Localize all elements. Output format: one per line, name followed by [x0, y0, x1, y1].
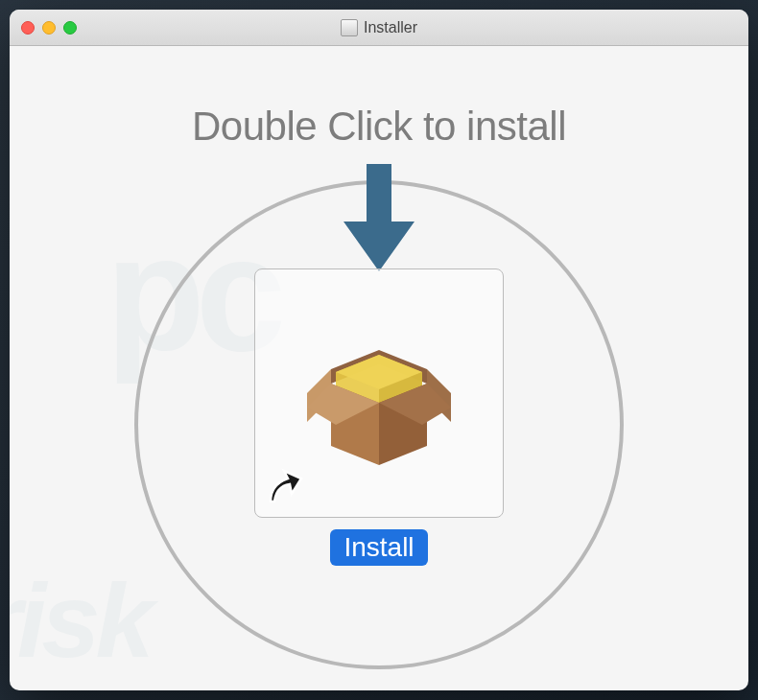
- window-title: Installer: [364, 19, 417, 36]
- disk-icon: [341, 19, 358, 36]
- arrow-down-icon: [336, 164, 422, 278]
- install-button[interactable]: Install: [330, 529, 427, 566]
- instruction-text: Double Click to install: [192, 104, 566, 150]
- watermark-text-bottom: risk: [10, 559, 150, 681]
- window-titlebar: Installer: [10, 10, 748, 46]
- traffic-lights: [21, 21, 77, 35]
- package-icon: [283, 297, 475, 489]
- title-area: Installer: [341, 19, 417, 36]
- maximize-icon[interactable]: [63, 21, 77, 35]
- installer-window: Installer pc risk Double Click to instal…: [10, 10, 748, 690]
- minimize-icon[interactable]: [42, 21, 56, 35]
- shortcut-arrow-icon: [263, 467, 305, 509]
- window-content: pc risk Double Click to install: [10, 46, 748, 690]
- close-icon[interactable]: [21, 21, 35, 35]
- installer-icon-container[interactable]: [254, 268, 504, 518]
